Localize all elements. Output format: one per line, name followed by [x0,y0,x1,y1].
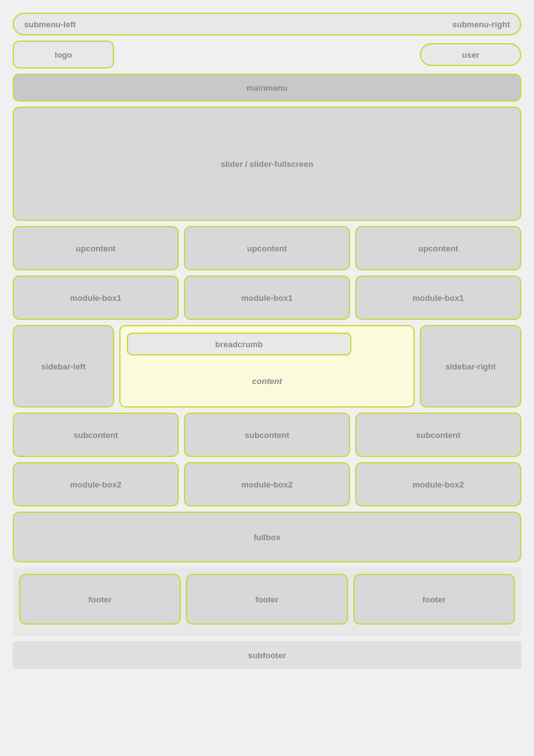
upcontent-col2: upcontent [184,226,350,270]
footer-row: footer footer footer [19,574,515,625]
subfooter-label: subfooter [248,651,286,660]
subcontent-col2: subcontent [184,413,350,457]
subcontent-col3-label: subcontent [416,430,460,440]
upcontent-col3: upcontent [355,226,521,270]
sidebar-left-label: sidebar-left [41,362,86,371]
content-row: sidebar-left breadcrumb content sidebar-… [13,325,521,408]
modulebox1-col3-label: module-box1 [413,293,464,303]
footer-col2-label: footer [256,595,279,604]
modulebox1-col1: module-box1 [13,275,179,320]
fullbox-label: fullbox [254,533,281,542]
mainmenu[interactable]: mainmenu [13,74,521,102]
subcontent-col1-label: subcontent [74,430,118,440]
fullbox: fullbox [13,512,521,562]
modulebox2-col3: module-box2 [355,462,521,507]
upcontent-col1: upcontent [13,226,179,270]
footer-col2: footer [186,574,348,625]
modulebox2-col2-label: module-box2 [242,480,293,489]
sidebar-right-label: sidebar-right [445,362,495,371]
subcontent-col1: subcontent [13,413,179,457]
modulebox1-col2-label: module-box1 [242,293,293,303]
submenu-left-label: submenu-left [24,20,76,29]
modulebox2-col1: module-box2 [13,462,179,507]
mainmenu-label: mainmenu [246,83,287,93]
submenu-right-label: submenu-right [452,20,510,29]
sidebar-right: sidebar-right [420,325,521,408]
upcontent-col1-label: upcontent [76,244,116,253]
content-area: breadcrumb content [119,325,415,408]
breadcrumb[interactable]: breadcrumb [127,333,351,355]
subcontent-col2-label: subcontent [245,430,289,440]
modulebox1-col2: module-box1 [184,275,350,320]
breadcrumb-label: breadcrumb [215,340,263,349]
content-label: content [127,362,407,400]
modulebox2-col3-label: module-box2 [413,480,464,489]
subfooter: subfooter [13,641,521,669]
modulebox2-col1-label: module-box2 [70,480,122,489]
user-box[interactable]: user [420,43,521,66]
footer-col1-label: footer [88,595,112,604]
modulebox1-col3: module-box1 [355,275,521,320]
modulebox2-row: module-box2 module-box2 module-box2 [13,462,521,507]
footer-section: footer footer footer [13,567,521,636]
user-label: user [462,50,479,60]
footer-col3-label: footer [422,595,446,604]
logo-box[interactable]: logo [13,41,114,69]
modulebox1-row: module-box1 module-box1 module-box1 [13,275,521,320]
modulebox1-col1-label: module-box1 [70,293,122,303]
upcontent-col2-label: upcontent [247,244,287,253]
upcontent-col3-label: upcontent [419,244,459,253]
subcontent-col3: subcontent [355,413,521,457]
modulebox2-col2: module-box2 [184,462,350,507]
subcontent-row: subcontent subcontent subcontent [13,413,521,457]
slider: slider / slider-fullscreen [13,107,521,221]
header-row: logo user [13,41,521,69]
footer-col1: footer [19,574,181,625]
logo-label: logo [55,50,72,60]
submenu-bar: submenu-left submenu-right [13,13,521,36]
sidebar-left: sidebar-left [13,325,114,408]
upcontent-row: upcontent upcontent upcontent [13,226,521,270]
slider-label: slider / slider-fullscreen [221,159,313,169]
footer-col3: footer [353,574,515,625]
